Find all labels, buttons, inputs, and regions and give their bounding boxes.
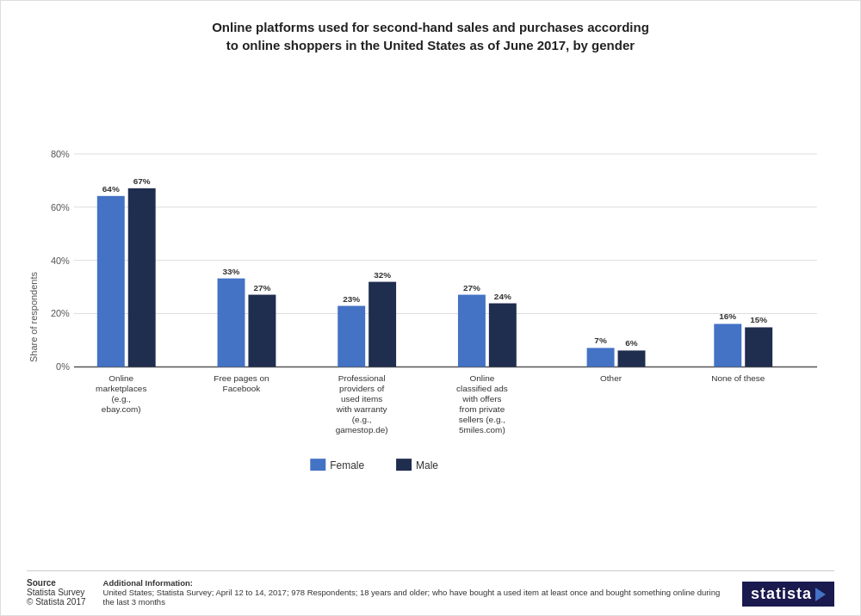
source-title: Source [27, 578, 86, 588]
svg-text:(e.g.,: (e.g., [111, 394, 131, 403]
svg-text:marketplaces: marketplaces [96, 384, 146, 393]
label-online-male: 67% [133, 176, 151, 186]
bar-pro-male [369, 282, 396, 367]
svg-text:sellers (e.g.,: sellers (e.g., [459, 415, 505, 424]
label-pro-female: 23% [343, 294, 360, 304]
xlabel-1: Online [108, 373, 133, 383]
svg-text:gamestop.de): gamestop.de) [336, 425, 388, 434]
source-line1: Statista Survey [27, 588, 86, 597]
svg-text:from private: from private [460, 404, 505, 414]
label-facebook-male: 27% [253, 283, 270, 293]
bar-classified-female [458, 295, 486, 367]
label-other-female: 7% [594, 336, 607, 345]
bar-none-male [745, 327, 772, 367]
label-classified-male: 24% [494, 292, 511, 301]
bar-online-female [97, 196, 125, 367]
footer-additional: Additional Information: United States; S… [103, 578, 725, 607]
legend-male-label: Male [416, 459, 438, 471]
label-classified-female: 27% [463, 283, 480, 293]
xlabel-2: Free pages on [214, 373, 269, 383]
legend-female-label: Female [330, 459, 364, 471]
svg-text:5miles.com): 5miles.com) [459, 425, 505, 434]
xlabel-3: Professional [338, 373, 386, 383]
svg-text:classified ads: classified ads [456, 384, 508, 393]
branding-name: statista [751, 585, 812, 603]
svg-text:used items: used items [341, 394, 382, 403]
source-line2: © Statista 2017 [27, 597, 86, 607]
svg-text:providers of: providers of [339, 384, 384, 393]
bar-none-female [714, 323, 741, 367]
svg-text:with warranty: with warranty [336, 404, 387, 414]
ytick-40: 40% [51, 256, 70, 266]
y-axis-label: Share of respondents [28, 272, 39, 362]
footer-source: Source Statista Survey © Statista 2017 [27, 578, 86, 607]
ytick-80: 80% [51, 149, 70, 159]
label-none-female: 16% [719, 311, 736, 321]
label-pro-male: 32% [374, 270, 391, 280]
bar-facebook-male [248, 295, 276, 367]
title-line1: Online platforms used for second-hand sa… [212, 20, 649, 34]
statista-arrow-icon [815, 588, 826, 601]
footer: Source Statista Survey © Statista 2017 A… [27, 570, 834, 607]
additional-title: Additional Information: [103, 578, 725, 588]
additional-text: United States; Statista Survey; April 12… [103, 588, 725, 607]
bar-online-male [128, 188, 156, 367]
svg-text:(e.g.,: (e.g., [352, 415, 372, 424]
bar-other-female [587, 348, 615, 367]
title-line2: to online shoppers in the United States … [226, 38, 635, 52]
svg-text:with offers: with offers [461, 394, 501, 403]
chart-container: Online platforms used for second-hand sa… [0, 0, 861, 616]
statista-logo: statista [742, 582, 834, 607]
xlabel-6: None of these [711, 373, 765, 383]
legend-female-box [310, 459, 325, 471]
xlabel-5: Other [600, 373, 623, 383]
svg-text:Facebook: Facebook [223, 384, 261, 393]
xlabel-4: Online [469, 373, 494, 383]
bar-pro-female [338, 306, 365, 367]
bar-facebook-female [218, 279, 245, 367]
svg-text:ebay.com): ebay.com) [102, 404, 141, 414]
label-other-male: 6% [625, 338, 638, 348]
chart-svg: Share of respondents 80% 60% 40% 20% 0% [27, 67, 834, 567]
chart-title: Online platforms used for second-hand sa… [27, 18, 834, 54]
label-online-female: 64% [102, 184, 120, 194]
bar-classified-male [489, 304, 517, 367]
main-chart: Share of respondents 80% 60% 40% 20% 0% [27, 67, 834, 567]
legend-male-box [396, 459, 412, 471]
label-facebook-female: 33% [223, 267, 240, 276]
bar-other-male [618, 350, 646, 367]
ytick-60: 60% [51, 202, 70, 213]
ytick-0: 0% [56, 361, 70, 372]
label-none-male: 15% [750, 315, 767, 324]
ytick-20: 20% [51, 309, 70, 319]
